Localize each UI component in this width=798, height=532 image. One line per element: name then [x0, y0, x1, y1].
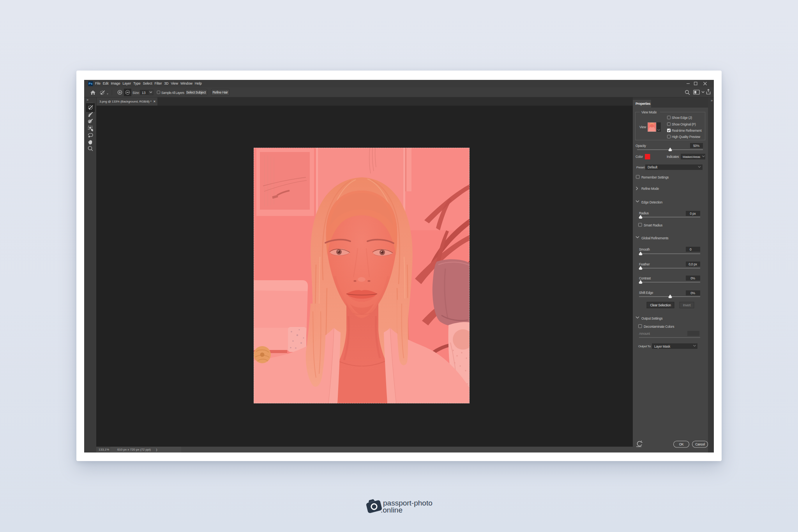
svg-text:0 px: 0 px: [690, 212, 696, 216]
svg-text:Show Original (P): Show Original (P): [672, 122, 696, 126]
svg-text:Real-time Refinement: Real-time Refinement: [672, 129, 702, 133]
svg-text:OK: OK: [679, 442, 684, 446]
svg-text:Opacity: Opacity: [636, 144, 646, 148]
svg-text:.online: .online: [381, 506, 403, 514]
svg-text:Cancel: Cancel: [695, 442, 705, 446]
svg-text:Sample All Layers: Sample All Layers: [161, 91, 184, 95]
svg-text:Amount: Amount: [639, 332, 650, 336]
svg-text:Global Refinements: Global Refinements: [641, 236, 668, 240]
svg-text:Select Subject: Select Subject: [186, 90, 206, 94]
svg-text:Properties: Properties: [636, 102, 651, 106]
svg-text:Smart Radius: Smart Radius: [644, 223, 662, 227]
svg-text:0,0 px: 0,0 px: [689, 262, 697, 266]
svg-text:0: 0: [690, 247, 692, 251]
svg-text:0%: 0%: [690, 276, 695, 280]
svg-text:Remember Settings: Remember Settings: [641, 175, 669, 179]
svg-text:Edge Detection: Edge Detection: [641, 200, 662, 204]
svg-text:Smooth: Smooth: [639, 247, 650, 251]
svg-text:Refine Hair: Refine Hair: [212, 90, 228, 94]
svg-text:Output To:: Output To:: [638, 345, 651, 348]
svg-text:Radius: Radius: [639, 211, 649, 215]
svg-text:»: »: [87, 98, 88, 102]
svg-text:View Mode: View Mode: [641, 110, 657, 114]
svg-text:Contrast: Contrast: [639, 276, 651, 280]
svg-text:Clear Selection: Clear Selection: [650, 303, 671, 307]
svg-text:Color: Color: [636, 155, 643, 159]
svg-text:Indicates: Indicates: [667, 155, 679, 159]
svg-text:Masked Areas: Masked Areas: [683, 155, 700, 159]
svg-text:13: 13: [142, 91, 146, 95]
svg-text:Feather: Feather: [639, 262, 650, 266]
svg-text:0%: 0%: [690, 291, 695, 295]
svg-text:Default: Default: [648, 165, 658, 169]
svg-text:View: View: [639, 125, 646, 129]
svg-text:50%: 50%: [693, 144, 700, 148]
svg-text:Layer Mask: Layer Mask: [654, 345, 671, 348]
svg-text:Show Edge (J): Show Edge (J): [672, 116, 692, 120]
svg-text:Refine Mode: Refine Mode: [641, 187, 659, 191]
svg-text:Size:: Size:: [132, 91, 140, 95]
svg-text:Preset:: Preset:: [636, 166, 645, 169]
svg-text:Decontaminate Colors: Decontaminate Colors: [644, 325, 674, 329]
svg-text:High Quality Preview: High Quality Preview: [672, 135, 701, 139]
svg-text:Output Settings: Output Settings: [641, 316, 662, 320]
svg-text:Invert: Invert: [683, 303, 691, 307]
svg-text:Shift Edge: Shift Edge: [639, 291, 653, 295]
